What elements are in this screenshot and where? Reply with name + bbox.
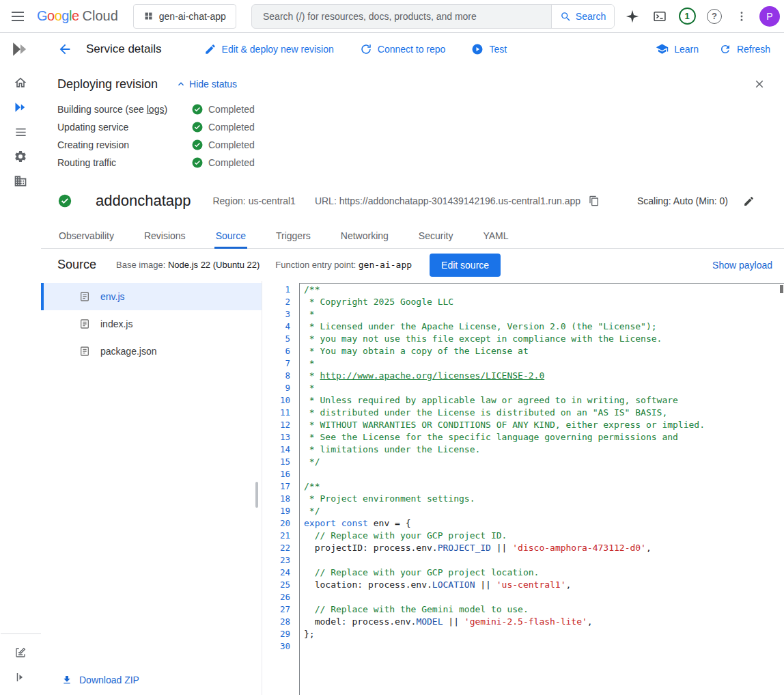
step-label: Building source (see logs) [57,104,191,115]
line-number: 27 [262,603,290,616]
tab-source[interactable]: Source [214,225,247,249]
code-line: */ [304,505,784,517]
tab-revisions[interactable]: Revisions [143,225,187,249]
more-options-icon[interactable] [728,3,755,30]
domains-icon[interactable] [4,169,37,193]
line-number: 14 [262,444,290,456]
tab-security[interactable]: Security [417,225,455,249]
code-line: export const env = { [304,517,784,530]
search-icon [560,11,572,23]
refresh-button[interactable]: Refresh [719,43,770,55]
expand-panel-icon[interactable] [4,665,37,690]
cloud-shell-icon[interactable] [646,3,673,30]
code-line: * Unless required by applicable law or a… [304,394,784,407]
line-numbers: 1234567891011121314151617181920212223242… [262,281,299,695]
code-scrollbar-thumb[interactable] [780,285,783,293]
connect-repo-label: Connect to repo [378,44,446,55]
tab-triggers[interactable]: Triggers [275,225,312,249]
edit-deploy-button[interactable]: Edit & deploy new revision [204,43,334,55]
code-line: * Copyright 2025 Google LLC [304,296,784,308]
tab-observability[interactable]: Observability [57,225,115,249]
repo-icon [360,43,372,55]
settings-gear-icon[interactable] [4,144,37,169]
service-name: addonchatapp [96,192,191,210]
tab-yaml[interactable]: YAML [481,225,509,249]
show-payload-link[interactable]: Show payload [712,260,772,271]
file-name: index.js [100,318,132,329]
search-button[interactable]: Search [551,5,614,28]
cloud-run-nav-icon[interactable] [4,95,37,120]
edit-scaling-icon[interactable] [740,193,757,209]
line-number: 24 [262,567,290,579]
avatar[interactable]: P [759,6,780,27]
service-url-value: https://addonchatapp-301439142196.us-cen… [339,195,580,206]
code-line: // Replace with the Gemini model to use. [304,603,784,616]
hide-status-label: Hide status [189,79,237,90]
code-area[interactable]: /** * Copyright 2025 Google LLC * * Lice… [299,283,784,695]
source-bar: Source Base image: Node.js 22 (Ubuntu 22… [41,249,784,281]
line-number: 26 [262,591,290,603]
file-item-index-js[interactable]: index.js [41,310,262,338]
logs-link[interactable]: logs [147,104,165,115]
line-number: 2 [262,296,290,308]
code-line: * you may not use this file except in co… [304,333,784,345]
service-status-check-icon [57,193,72,208]
refresh-label: Refresh [737,44,770,55]
line-number: 12 [262,419,290,431]
project-selector[interactable]: gen-ai-chat-app [133,4,236,29]
code-line: * See the License for the specific langu… [304,431,784,444]
line-number: 22 [262,542,290,554]
deploy-step: Updating service Completed [57,118,768,136]
line-number: 7 [262,357,290,370]
code-line: * [304,308,784,321]
file-item-package-json[interactable]: package.json [41,338,262,365]
learn-button[interactable]: Learn [656,42,699,55]
line-number: 1 [262,284,290,296]
copy-icon[interactable] [586,193,602,209]
step-status: Completed [191,139,255,151]
logo-letter: o [55,8,62,23]
close-icon[interactable] [751,76,768,92]
step-status: Completed [191,121,255,133]
notifications-button[interactable]: 1 [673,3,701,30]
file-name: env.js [100,291,125,302]
home-icon[interactable] [4,70,37,95]
logo-letter: g [61,8,69,23]
services-list-icon[interactable] [4,120,37,144]
help-button[interactable]: ? [701,3,728,30]
download-zip-button[interactable]: Download ZIP [61,674,139,685]
gemini-icon[interactable] [619,3,646,30]
chevron-up-icon [176,79,186,90]
file-item-env-js[interactable]: env.js [41,283,262,310]
back-icon[interactable] [56,40,74,58]
line-number: 4 [262,321,290,333]
source-heading: Source [57,258,96,272]
code-line: * You may obtain a copy of the License a… [304,345,784,357]
test-button[interactable]: Test [471,43,507,55]
code-viewer[interactable]: 1234567891011121314151617181920212223242… [262,281,784,695]
code-line: /** [304,480,784,493]
search-bar[interactable]: Search [251,4,615,29]
code-line [304,554,784,567]
search-input[interactable] [252,5,551,28]
google-cloud-logo[interactable]: Google Cloud [37,8,118,24]
hide-status-button[interactable]: Hide status [176,79,237,90]
edit-source-button[interactable]: Edit source [430,254,501,277]
deploy-steps: Building source (see logs) Completed Upd… [57,100,768,172]
line-number: 20 [262,517,290,530]
learn-label: Learn [674,44,699,55]
file-icon [79,318,90,329]
line-number: 25 [262,579,290,591]
connect-repo-button[interactable]: Connect to repo [360,43,446,55]
code-content: /** * Copyright 2025 Google LLC * * Lice… [300,284,784,653]
code-line: * Project environment settings. [304,493,784,505]
menu-icon[interactable] [1,0,34,33]
code-line: * Licensed under the Apache License, Ver… [304,321,784,333]
scrollbar-thumb[interactable] [255,482,258,508]
main-content: Service details Edit & deploy new revisi… [41,33,784,695]
step-label: Updating service [57,122,191,133]
logo-letter: o [47,8,55,23]
download-icon [61,674,72,685]
tab-networking[interactable]: Networking [339,225,390,249]
release-notes-icon[interactable] [4,640,37,665]
